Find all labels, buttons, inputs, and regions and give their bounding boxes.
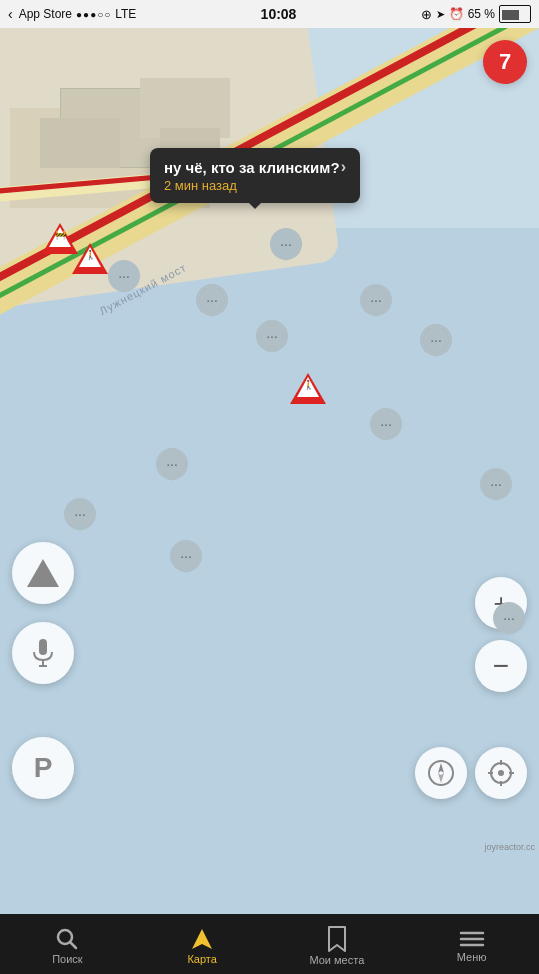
status-bar: ‹ App Store ●●●○○ LTE 10:08 ⊕ ➤ ⏰ 65 % <box>0 0 539 28</box>
add-hazard-icon: + <box>27 559 59 587</box>
battery-label: 65 % <box>468 7 495 21</box>
alarm-icon: ⏰ <box>449 7 464 21</box>
triangle-sign-3: 🚶 <box>290 373 326 404</box>
construction-icon-1: 🚧 <box>55 230 66 240</box>
compass-icon <box>427 759 455 787</box>
menu-icon <box>459 929 485 949</box>
comment-bubble-4[interactable]: ··· <box>360 284 392 316</box>
tab-places-label: Мои места <box>309 954 364 966</box>
tab-places[interactable]: Мои места <box>270 922 405 966</box>
zoom-out-button[interactable]: − <box>475 640 527 692</box>
tab-search-label: Поиск <box>52 953 82 965</box>
locate-button[interactable] <box>475 747 527 799</box>
status-left: ‹ App Store ●●●○○ LTE <box>8 6 136 22</box>
comment-bubble-5[interactable]: ··· <box>420 324 452 356</box>
comment-bubble-7[interactable]: ··· <box>370 408 402 440</box>
construction-icon-3: 🚶 <box>303 380 314 390</box>
locate-icon <box>488 760 514 786</box>
svg-marker-14 <box>192 929 212 949</box>
search-icon <box>55 927 79 951</box>
tooltip-popup[interactable]: ну чё, кто за клинским? › 2 мин назад <box>150 148 360 203</box>
comment-bubble-9[interactable]: ··· <box>170 540 202 572</box>
comment-bubble-2[interactable]: ··· <box>196 284 228 316</box>
tab-menu-label: Меню <box>457 951 487 963</box>
tab-menu[interactable]: Меню <box>404 925 539 963</box>
back-arrow[interactable]: ‹ <box>8 6 13 22</box>
map-area[interactable]: Р21-32 • вк36 Лужнецкий мост 🚧 🚶 🚶 ··· ·… <box>0 28 539 914</box>
tooltip-title: ну чё, кто за клинским? › <box>164 158 346 176</box>
tab-map[interactable]: Карта <box>135 923 270 965</box>
svg-rect-0 <box>39 639 47 655</box>
carrier-label: App Store <box>19 7 72 21</box>
tooltip-time: 2 мин назад <box>164 178 346 193</box>
compass-button[interactable] <box>415 747 467 799</box>
comment-bubble-11[interactable]: ··· <box>480 468 512 500</box>
tab-map-label: Карта <box>187 953 216 965</box>
comment-bubble-8[interactable]: ··· <box>64 498 96 530</box>
road-sign-3: 🚶 <box>290 373 326 404</box>
tab-bar: Поиск Карта Мои места Меню <box>0 914 539 974</box>
add-hazard-button[interactable]: + <box>12 542 74 604</box>
notification-badge[interactable]: 7 <box>483 40 527 84</box>
zoom-out-icon: − <box>493 650 509 682</box>
map-nav-icon <box>190 927 214 951</box>
bookmark-icon <box>326 926 348 952</box>
tab-search[interactable]: Поиск <box>0 923 135 965</box>
battery-icon <box>499 5 531 23</box>
road-sign-2: 🚶 <box>72 243 108 274</box>
tooltip-chevron-icon: › <box>341 158 346 176</box>
parking-icon: P <box>34 752 53 784</box>
mic-button[interactable] <box>12 622 74 684</box>
signal-strength: ●●●○○ <box>76 9 111 20</box>
svg-marker-4 <box>438 763 444 773</box>
status-time: 10:08 <box>261 6 297 22</box>
comment-bubble-10[interactable]: ··· <box>270 228 302 260</box>
city-block-3 <box>40 118 120 168</box>
mic-icon <box>32 638 54 668</box>
parking-button[interactable]: P <box>12 737 74 799</box>
network-type: LTE <box>115 7 136 21</box>
location-icon: ⊕ <box>421 7 432 22</box>
tooltip-text: ну чё, кто за клинским? <box>164 159 340 176</box>
svg-line-13 <box>70 942 76 948</box>
comment-bubble-6[interactable]: ··· <box>156 448 188 480</box>
comment-bubble-3[interactable]: ··· <box>256 320 288 352</box>
svg-point-7 <box>498 770 504 776</box>
svg-marker-5 <box>438 773 444 783</box>
triangle-sign-2: 🚶 <box>72 243 108 274</box>
comment-bubble-1[interactable]: ··· <box>108 260 140 292</box>
status-right: ⊕ ➤ ⏰ 65 % <box>421 5 531 23</box>
comment-bubble-side[interactable]: ··· <box>493 602 525 634</box>
navigation-icon: ➤ <box>436 8 445 21</box>
construction-icon-2: 🚶 <box>85 250 96 260</box>
attribution: joyreactor.cc <box>484 842 535 852</box>
